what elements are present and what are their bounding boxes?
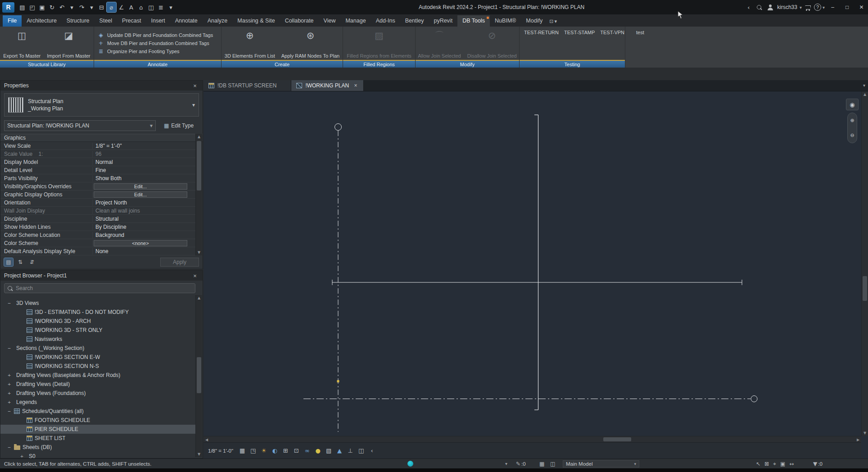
ribbon-tab[interactable]: pyRevit <box>429 15 457 27</box>
tree-item[interactable]: FOOTING SCHEDULE <box>0 416 195 425</box>
vertical-scrollbar[interactable]: ▲ ▼ <box>861 91 868 436</box>
drawing-viewport[interactable] <box>203 91 868 436</box>
test-vpn-button[interactable]: TEST-VPN <box>600 30 624 35</box>
shadows-icon[interactable]: ◐ <box>270 446 280 456</box>
print-icon[interactable]: ⊟ <box>97 2 106 12</box>
expander-icon[interactable]: − <box>7 300 12 306</box>
scrollbar-thumb[interactable] <box>863 276 867 301</box>
ribbon-tab[interactable]: Structure <box>62 15 95 27</box>
sync-icon[interactable]: ↻ <box>47 2 57 12</box>
test-return-button[interactable]: TEST-RETURN <box>524 30 559 35</box>
file-menu-icon[interactable]: ▤ <box>18 2 27 12</box>
property-value[interactable]: 96 <box>93 151 195 157</box>
property-value[interactable]: Clean all wall joins <box>93 208 195 214</box>
scroll-right-icon[interactable]: ▶ <box>855 436 861 443</box>
allow-join-button[interactable]: ⌒ Allow Join Selected <box>415 28 463 59</box>
property-value[interactable]: Edit... <box>94 183 187 190</box>
panel-title-testing[interactable]: Testing <box>520 60 625 68</box>
property-row[interactable]: Color Scheme Location Background <box>0 231 195 239</box>
ribbon-tab[interactable]: DB Tools <box>457 15 490 27</box>
tree-item[interactable]: !WORKING SECTION E-W <box>0 353 195 362</box>
analytical-model-icon[interactable]: ▲ <box>335 446 344 456</box>
type-dropdown-icon[interactable]: ▾ <box>192 102 195 108</box>
reveal-constraints-icon[interactable]: ⊥ <box>345 446 355 456</box>
property-row[interactable]: Discipline Structural <box>0 215 195 223</box>
scroll-down-icon[interactable]: ▼ <box>196 250 202 255</box>
property-row[interactable]: Color Scheme <none> <box>0 239 195 247</box>
sort-descending-icon[interactable]: ⇵ <box>27 258 36 266</box>
expander-icon[interactable]: + <box>7 372 12 378</box>
sun-path-icon[interactable]: ☀ <box>259 446 269 456</box>
revit-logo[interactable]: R <box>2 2 14 13</box>
panel-title-modify[interactable]: Modify <box>416 60 519 68</box>
undo-dropdown-icon[interactable]: ▾ <box>67 2 77 12</box>
tree-item[interactable]: !3D - ESTIMATING - DO NOT MODIFY <box>0 308 195 317</box>
export-to-master-button[interactable]: ◫ Export To Master <box>0 28 43 59</box>
property-value[interactable]: <none> <box>94 240 187 246</box>
properties-scrollbar[interactable]: ▲ ▼ <box>195 134 202 255</box>
import-from-master-button[interactable]: ◪ Import From Master <box>44 28 93 59</box>
scroll-left-icon[interactable]: ◀ <box>203 436 210 443</box>
navigation-wheel-icon[interactable]: ◉ <box>846 99 859 110</box>
move-db-tags-button[interactable]: + Move DB Pier and Foundation Combined T… <box>98 40 209 46</box>
undo-icon[interactable]: ↶ <box>57 2 67 12</box>
expander-icon[interactable]: − <box>7 408 12 414</box>
section-icon[interactable]: ◫ <box>146 2 156 12</box>
tab-list-dropdown-icon[interactable]: ▾ <box>863 83 865 88</box>
app-store-cart-icon[interactable] <box>803 2 813 12</box>
user-icon[interactable] <box>765 2 775 12</box>
user-dropdown-icon[interactable]: ▾ <box>800 5 802 10</box>
horizontal-scrollbar[interactable]: ◀ ▶ <box>203 436 861 442</box>
organize-types-button[interactable]: ≣ Organize Pier and Footing Types <box>98 48 180 54</box>
update-db-tags-button[interactable]: ◈ Update DB Pier and Foundation Combined… <box>98 32 213 38</box>
property-value[interactable]: Show Both <box>93 175 195 182</box>
detail-level-icon[interactable]: ▦ <box>237 446 247 456</box>
property-value[interactable]: None <box>93 248 195 254</box>
ribbon-tab[interactable]: Modify <box>521 15 547 27</box>
select-by-face-icon[interactable]: ▣ <box>780 461 785 467</box>
ribbon-tab[interactable]: Steel <box>95 15 118 27</box>
crop-view-icon[interactable]: ⊞ <box>280 446 290 456</box>
scroll-down-icon[interactable]: ▼ <box>862 430 868 436</box>
status-dropdown-icon[interactable]: ▾ <box>505 459 507 469</box>
property-row[interactable]: Orientation Project North <box>0 199 195 207</box>
property-row[interactable]: Display Model Normal <box>0 158 195 166</box>
select-links-icon[interactable]: ↖ <box>756 461 760 467</box>
help-icon[interactable]: ? <box>814 4 821 11</box>
search-icon[interactable] <box>755 2 764 12</box>
panel-title-create[interactable]: Create <box>222 60 343 68</box>
design-option-caret-icon[interactable]: ▾ <box>634 462 636 466</box>
redo-dropdown-icon[interactable]: ▾ <box>87 2 96 12</box>
property-value[interactable]: 1/8" = 1'-0" <box>93 143 195 149</box>
default-3d-view-icon[interactable]: ⌂ <box>136 2 146 12</box>
sort-ascending-icon[interactable]: ⇅ <box>16 258 25 266</box>
maximize-button[interactable]: □ <box>841 0 854 14</box>
scroll-up-icon[interactable]: ▲ <box>196 134 202 140</box>
view-type-combobox[interactable]: Structural Plan: !WORKING PLAN ▾ <box>4 120 156 131</box>
grid-reference-handle[interactable] <box>337 380 339 382</box>
show-crop-region-icon[interactable]: ⊡ <box>291 446 301 456</box>
modify-selection-icon[interactable]: ⊡ <box>549 18 553 24</box>
text-note-icon[interactable]: A <box>127 2 136 12</box>
scrollbar-thumb[interactable] <box>197 357 201 393</box>
panel-title-structural-library[interactable]: Structural Library <box>0 60 94 68</box>
view-tab[interactable]: !DB STARTUP SCREEN <box>203 80 291 91</box>
property-value[interactable]: Project North <box>93 200 195 206</box>
property-row[interactable]: Scale Value 1: 96 <box>0 150 195 158</box>
tree-item[interactable]: !WORKING 3D - ARCH <box>0 317 195 326</box>
ribbon-tab[interactable]: Insert <box>146 15 170 27</box>
expander-icon[interactable]: + <box>19 454 24 458</box>
ribbon-tab[interactable]: Bentley <box>400 15 429 27</box>
tree-item[interactable]: Navisworks <box>0 335 195 344</box>
collapse-view-bar-icon[interactable]: ‹ <box>367 446 377 456</box>
zoom-out-icon[interactable]: ⊖ <box>850 132 854 138</box>
view-scale-button[interactable]: 1/8" = 1'-0" <box>207 447 236 454</box>
type-selector[interactable]: Structural Plan _Working Plan ▾ <box>4 93 199 117</box>
property-value[interactable]: Background <box>93 232 195 238</box>
scroll-up-icon[interactable]: ▲ <box>196 295 202 301</box>
tree-item[interactable]: + Drafting Views (Baseplates & Anchor Ro… <box>0 371 195 380</box>
drag-on-selection-icon[interactable]: ↔ <box>789 461 794 467</box>
search-input[interactable] <box>16 285 192 291</box>
close-view-tab-icon[interactable]: × <box>353 82 358 89</box>
ribbon-tab[interactable]: Precast <box>117 15 146 27</box>
